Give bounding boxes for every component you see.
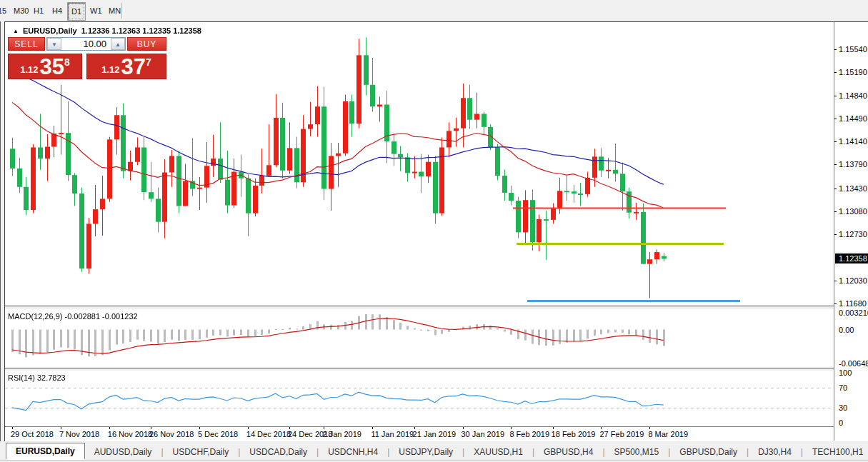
timeframe-toolbar: 15M30H1H4D1W1MN — [0, 0, 868, 21]
chart-arrow-icon: ▲ — [13, 28, 19, 34]
date-axis-tick — [463, 427, 464, 429]
date-axis-tick — [289, 427, 290, 429]
chart-tab-usdchf-daily[interactable]: USDCHF,Daily — [164, 444, 239, 460]
macd-indicator-label: MACD(12,26,9) -0.002881 -0.001232 — [8, 312, 138, 321]
chart-symbol-label: EURUSD,Daily — [23, 26, 77, 35]
date-axis-tick — [414, 427, 415, 429]
rsi-pane-canvas[interactable] — [5, 371, 834, 426]
rsi-axis-label: 70 — [839, 383, 847, 392]
timeframe-button-mn[interactable]: MN — [105, 2, 124, 19]
volume-decrease-button[interactable]: ▼ — [47, 38, 61, 50]
date-axis-label: 30 Jan 2019 — [462, 430, 505, 438]
chart-tab-audusd-daily[interactable]: AUDUSD,Daily — [85, 444, 161, 460]
chart-tab-sp500-m15[interactable]: SP500,M15 — [605, 444, 669, 460]
date-axis-tick — [601, 427, 602, 429]
sell-price-prefix: 1.12 — [20, 64, 38, 75]
date-axis-label: 8 Mar 2019 — [648, 430, 688, 438]
chart-tab-dj30-h4[interactable]: DJ30,H4 — [749, 444, 801, 460]
date-axis-tick — [511, 427, 512, 429]
chart-tab-usdjpy-daily[interactable]: USDJPY,Daily — [389, 444, 462, 460]
date-axis-tick — [553, 427, 554, 429]
rsi-indicator-label: RSI(14) 32.7823 — [8, 373, 66, 382]
chart-tab-gbpusd-daily[interactable]: GBPUSD,Daily — [670, 444, 747, 460]
rsi-axis-label: 0 — [839, 418, 843, 427]
date-axis-tick — [109, 427, 110, 429]
chart-window: ▲ EURUSD,Daily 1.12336 1.12363 1.12335 1… — [4, 21, 868, 442]
timeframe-button-h4[interactable]: H4 — [49, 2, 66, 19]
date-axis-tick — [372, 427, 373, 429]
sell-price-pip: 8 — [64, 56, 70, 68]
macd-axis-label: 0.003216 — [839, 308, 868, 317]
buy-price-pip: 7 — [146, 56, 151, 68]
price-axis-label: 1.13430 — [839, 184, 867, 193]
chart-tab-usdcnh-h4[interactable]: USDCNH,H4 — [319, 444, 387, 460]
price-axis-label: 1.15540 — [839, 45, 867, 54]
price-axis-label: 1.14140 — [839, 137, 867, 146]
sell-price-big: 35 — [40, 56, 64, 78]
price-axis-tick — [834, 211, 837, 212]
price-axis-label: 1.12030 — [839, 276, 867, 285]
date-axis-label: 16 Nov 2018 — [108, 430, 152, 438]
buy-button[interactable]: BUY — [127, 37, 166, 51]
volume-input[interactable] — [61, 38, 111, 50]
price-axis-label: 1.14840 — [839, 91, 867, 100]
volume-increase-button[interactable]: ▲ — [111, 38, 125, 50]
date-axis-tick — [61, 427, 61, 429]
timeframe-button-h1[interactable]: H1 — [30, 2, 47, 19]
date-axis-tick — [649, 427, 650, 429]
price-axis-label: 1.11680 — [839, 299, 867, 308]
macd-axis-label: 0.00 — [839, 326, 854, 334]
mt4-window: 15M30H1H4D1W1MN ▲ EURUSD,Daily 1.12336 1… — [0, 0, 868, 462]
chart-tab-gbpusd-h4[interactable]: GBPUSD,H4 — [534, 444, 602, 460]
price-axis-tick — [834, 49, 837, 50]
price-axis-label: 1.13080 — [839, 207, 867, 216]
chart-tab-usdcad-daily[interactable]: USDCAD,Daily — [240, 444, 316, 460]
chart-ohlc-values: 1.12336 1.12363 1.12335 1.12358 — [81, 26, 201, 35]
timeframe-button-m30[interactable]: M30 — [10, 2, 32, 19]
date-axis-label: 14 Dec 2018 — [246, 430, 291, 438]
price-axis-tick — [834, 303, 837, 304]
date-axis-label: 11 Jan 2019 — [371, 430, 414, 438]
price-axis-tick — [834, 141, 837, 142]
rsi-axis-label: 100 — [839, 368, 852, 377]
price-axis-label: 1.13790 — [839, 160, 867, 169]
price-axis-tick — [834, 281, 837, 281]
date-axis-label: 18 Feb 2019 — [552, 430, 596, 438]
date-axis-tick — [12, 427, 13, 429]
rsi-axis-label: 30 — [839, 403, 847, 412]
chart-tab-xauusd-h1[interactable]: XAUUSD,H1 — [464, 444, 532, 460]
price-axis-tick — [834, 96, 837, 96]
price-axis-label: 1.15190 — [839, 68, 867, 76]
price-axis-tick — [834, 119, 837, 119]
window-left-border — [0, 21, 1, 441]
date-axis-label: 5 Dec 2018 — [198, 430, 238, 438]
date-axis-tick — [151, 427, 151, 429]
date-axis-label: 27 Feb 2019 — [600, 430, 644, 438]
price-axis-tick — [834, 234, 837, 235]
date-axis-label: 29 Oct 2018 — [11, 430, 54, 438]
price-axis-tick — [834, 72, 837, 73]
sell-button[interactable]: SELL — [8, 37, 45, 51]
chart-title: ▲ EURUSD,Daily 1.12336 1.12363 1.12335 1… — [13, 26, 201, 35]
buy-price-big: 37 — [121, 56, 146, 78]
price-axis-label: 1.14490 — [839, 114, 867, 123]
chart-tab-bar: EURUSD,DailyAUDUSD,Daily|USDCHF,Daily|US… — [0, 441, 868, 461]
price-axis-tick — [834, 189, 837, 189]
buy-price-box[interactable]: 1.12 37 7 — [86, 54, 166, 79]
date-axis[interactable]: 29 Oct 20187 Nov 201816 Nov 201826 Nov 2… — [5, 426, 834, 441]
date-axis-label: 7 Nov 2018 — [59, 430, 99, 438]
chart-tab-eurusd-daily[interactable]: EURUSD,Daily — [6, 443, 85, 460]
date-axis-tick — [324, 427, 324, 429]
price-axis[interactable]: 1.155401.151901.148401.144901.141401.137… — [834, 22, 868, 441]
date-axis-label: 8 Feb 2019 — [509, 430, 549, 438]
price-axis-tick — [834, 164, 837, 165]
chart-tab-tech100-h1[interactable]: TECH100,H1 — [803, 444, 868, 460]
timeframe-button-d1[interactable]: D1 — [67, 2, 86, 21]
sell-price-box[interactable]: 1.12 35 8 — [8, 54, 82, 79]
date-axis-label: 2 Jan 2019 — [323, 430, 361, 438]
macd-axis-label: -0.006485 — [839, 359, 868, 368]
current-price-badge: 1.12358 — [835, 253, 868, 263]
date-axis-label: 26 Nov 2018 — [149, 430, 194, 438]
timeframe-button-15[interactable]: 15 — [0, 2, 10, 19]
timeframe-button-w1[interactable]: W1 — [86, 2, 106, 19]
